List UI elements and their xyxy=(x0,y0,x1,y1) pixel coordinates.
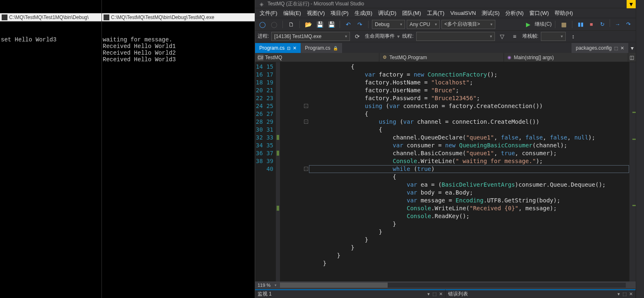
pin-icon[interactable]: ⬚ xyxy=(622,291,627,297)
separator xyxy=(555,21,555,28)
split-icon[interactable]: ◫ xyxy=(628,53,636,62)
lifecycle-label: 生命周期事件 xyxy=(365,33,395,40)
menu-window[interactable]: 窗口(W) xyxy=(527,9,551,18)
separator xyxy=(299,21,300,28)
line-number-gutter: 14 15 16 17 18 19 20 21 22 23 24 25 26 2… xyxy=(255,62,276,281)
separator xyxy=(368,21,369,28)
horizontal-scrollbar[interactable]: 119 % ▾ xyxy=(255,281,636,289)
menu-build[interactable]: 生成(B) xyxy=(352,9,375,18)
vs-menubar: 文件(F) 编辑(E) 视图(V) 项目(P) 生成(B) 调试(D) 团队(M… xyxy=(255,8,636,18)
lock-icon: 🔒 xyxy=(333,46,338,50)
bottom-panels: 监视 1 ▾⬚✕ 错误列表 ▾⬚✕ xyxy=(255,289,636,298)
thread-dropdown[interactable]: ▾ xyxy=(416,32,495,41)
class-icon: ⚙ xyxy=(382,55,388,60)
nav-project-dropdown[interactable]: C#TestMQ xyxy=(255,53,379,62)
process-dropdown[interactable]: [14136] Test1MQ.exe▾ xyxy=(271,32,350,41)
process-label: 进程: xyxy=(258,33,269,40)
pin-icon[interactable]: ⬚ xyxy=(614,46,618,50)
continue-label[interactable]: 继续(C) xyxy=(535,21,552,28)
separator xyxy=(610,19,610,27)
menu-tools[interactable]: 工具(T) xyxy=(425,9,447,18)
scroll-track[interactable] xyxy=(280,283,626,288)
menu-analyze[interactable]: 分析(N) xyxy=(503,9,526,18)
method-icon: ◉ xyxy=(507,55,512,60)
tab-programcs-2[interactable]: Program.cs 🔒 xyxy=(301,43,342,53)
console-1-title: C:\MQ\TestMQ\Test1MQ\bin\Debug\ xyxy=(9,14,89,20)
tab-packages-config[interactable]: packages.config ⬚ ✕ xyxy=(572,43,628,53)
step-over-button[interactable]: ↷ xyxy=(623,19,633,29)
close-icon[interactable]: ✕ xyxy=(629,291,633,297)
collapsed-right-panel[interactable] xyxy=(636,0,644,298)
overview-ruler[interactable] xyxy=(629,62,636,281)
solution-platform-dropdown[interactable]: Any CPU▾ xyxy=(407,20,440,29)
watch-panel-header[interactable]: 监视 1 ▾⬚✕ xyxy=(255,289,446,298)
pin-icon[interactable]: ⬚ xyxy=(432,291,437,297)
close-icon[interactable]: ✕ xyxy=(620,46,624,51)
tab-programcs-active[interactable]: Program.cs ⊡ ✕ xyxy=(255,43,301,53)
pause-button[interactable]: ▮▮ xyxy=(576,19,586,29)
redo-button[interactable]: ↷ xyxy=(355,19,365,29)
close-icon[interactable]: ✕ xyxy=(293,46,297,51)
menu-help[interactable]: 帮助(H) xyxy=(552,9,575,18)
app-icon xyxy=(104,14,109,20)
menu-team[interactable]: 团队(M) xyxy=(400,9,424,18)
continue-button[interactable]: ▶ xyxy=(523,19,533,29)
menu-visualsvn[interactable]: VisualSVN xyxy=(448,9,478,17)
vs-window-title: TestMQ (正在运行) - Microsoft Visual Studio xyxy=(268,0,364,7)
nav-class-dropdown[interactable]: ⚙TestMQ.Program xyxy=(379,53,504,62)
restart-button[interactable]: ↻ xyxy=(597,19,607,29)
menu-debug[interactable]: 调试(D) xyxy=(376,9,399,18)
close-icon[interactable]: ✕ xyxy=(439,291,443,297)
threads-icon[interactable]: ≡ xyxy=(510,31,520,41)
tab-dropdown-icon[interactable]: ▾ xyxy=(628,43,636,53)
scroll-thumb[interactable] xyxy=(280,283,388,288)
tool-button[interactable]: ▦ xyxy=(559,19,569,29)
filter-icon[interactable]: ▽ xyxy=(497,31,507,41)
console-window-1: C:\MQ\TestMQ\Test1MQ\bin\Debug\ set Hell… xyxy=(0,0,102,298)
editor-tabs: Program.cs ⊡ ✕ Program.cs 🔒 packages.con… xyxy=(255,42,636,53)
lifecycle-icon[interactable]: ⟳ xyxy=(352,31,362,41)
solution-config-dropdown[interactable]: Debug▾ xyxy=(372,20,405,29)
dropdown-icon[interactable]: ▾ xyxy=(617,291,620,297)
save-all-button[interactable]: 💾 xyxy=(326,19,336,29)
save-button[interactable]: 💾 xyxy=(315,19,325,29)
menu-project[interactable]: 项目(P) xyxy=(328,9,351,18)
stop-button[interactable]: ■ xyxy=(586,19,596,29)
menu-view[interactable]: 视图(V) xyxy=(304,9,327,18)
stackframe-dropdown[interactable]: ▾ xyxy=(541,32,566,41)
zoom-level[interactable]: 119 % xyxy=(255,283,275,288)
step-into-button[interactable]: → xyxy=(613,19,622,29)
open-button[interactable]: 📂 xyxy=(303,19,313,29)
back-button[interactable]: ◯ xyxy=(258,19,268,29)
tab-label: Program.cs xyxy=(305,45,330,51)
vs-titlebar[interactable]: ◈ TestMQ (正在运行) - Microsoft Visual Studi… xyxy=(255,0,636,8)
startup-project-dropdown[interactable]: <多个启动项目>▾ xyxy=(441,20,495,29)
menu-edit[interactable]: 编辑(E) xyxy=(281,9,304,18)
menu-test[interactable]: 测试(S) xyxy=(479,9,502,18)
visual-studio-window: ◈ TestMQ (正在运行) - Microsoft Visual Studi… xyxy=(255,0,636,298)
code-area[interactable]: { var factory = new ConnectionFactory();… xyxy=(309,62,629,281)
stackframe-label: 堆栈帧: xyxy=(522,33,538,40)
csharp-icon: C# xyxy=(258,55,263,60)
standard-toolbar: ◯ ◯ 🗋 📂 💾 💾 ↶ ↷ Debug▾ Any CPU▾ <多个启动项目>… xyxy=(255,18,636,31)
new-button[interactable]: 🗋 xyxy=(286,19,296,29)
nav-method-dropdown[interactable]: ◉Main(string[] args) xyxy=(504,53,628,62)
code-editor[interactable]: 14 15 16 17 18 19 20 21 22 23 24 25 26 2… xyxy=(255,62,636,281)
error-list-panel-header[interactable]: 错误列表 ▾⬚✕ xyxy=(446,289,636,298)
code-navigation-bar: C#TestMQ ⚙TestMQ.Program ◉Main(string[] … xyxy=(255,53,636,62)
pin-icon[interactable]: ⊡ xyxy=(287,46,290,50)
console-1-titlebar[interactable]: C:\MQ\TestMQ\Test1MQ\bin\Debug\ xyxy=(0,13,101,22)
stackframe-btn[interactable]: ↕ xyxy=(568,31,578,41)
notifications-icon[interactable]: ▼ xyxy=(627,0,636,8)
console-2-titlebar[interactable]: C:\MQ\TestMQ\TestMQ\bin\Debug\TestMQ.exe xyxy=(102,13,255,22)
vs-logo-icon: ◈ xyxy=(255,0,268,8)
debug-controls: ▮▮ ■ ↻ → ↷ xyxy=(576,19,633,29)
forward-button[interactable]: ◯ xyxy=(269,19,279,29)
error-list-title: 错误列表 xyxy=(448,291,468,298)
separator xyxy=(282,21,283,28)
console-2-title: C:\MQ\TestMQ\TestMQ\bin\Debug\TestMQ.exe xyxy=(111,14,214,20)
app-icon xyxy=(2,14,7,20)
undo-button[interactable]: ↶ xyxy=(343,19,353,29)
menu-file[interactable]: 文件(F) xyxy=(257,9,280,18)
dropdown-icon[interactable]: ▾ xyxy=(427,291,430,297)
